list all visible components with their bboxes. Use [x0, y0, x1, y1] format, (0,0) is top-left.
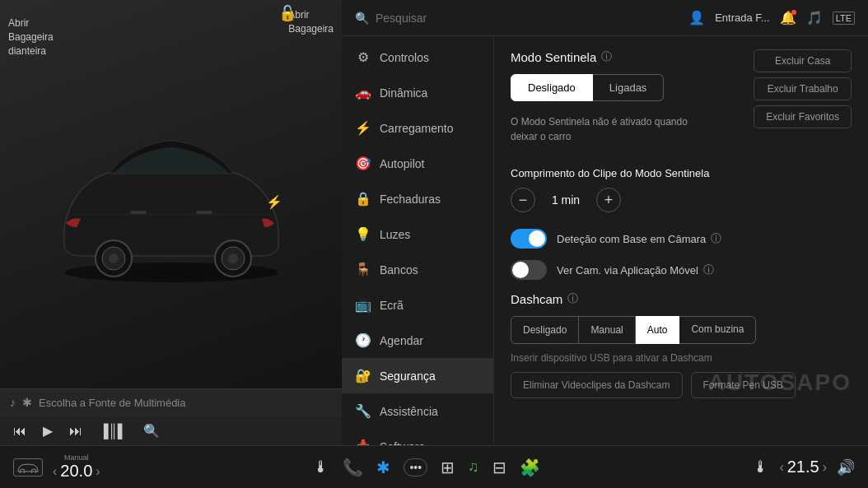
sidebar-item-dinamica[interactable]: 🚗 Dinâmica — [342, 75, 493, 110]
mobile-cam-label: Ver Cam. via Aplicação Móvel ⓘ — [557, 263, 714, 277]
sidebar-label-agendar: Agendar — [380, 334, 423, 347]
speed-display: Manual ‹ 20.0 › — [53, 453, 100, 481]
search-media-button[interactable]: 🔍 — [143, 423, 160, 439]
sentinel-off-button[interactable]: Desligado — [511, 74, 593, 101]
camera-detection-info-icon[interactable]: ⓘ — [711, 231, 721, 246]
bluetooth-icon[interactable]: ✱ — [376, 458, 390, 477]
sidebar-item-fechaduras[interactable]: 🔒 Fechaduras — [342, 181, 493, 216]
mobile-cam-info-icon[interactable]: ⓘ — [703, 263, 714, 277]
dashcam-horn-button[interactable]: Com buzina — [679, 316, 756, 344]
sidebar-item-bancos[interactable]: 🪑 Bancos — [342, 252, 493, 287]
temp-fan-icon[interactable]: 🌡 — [753, 458, 769, 476]
search-input[interactable] — [376, 12, 682, 25]
equalizer-button[interactable]: ▐║▌ — [99, 424, 127, 439]
play-button[interactable]: ▶ — [43, 423, 53, 439]
climate-icon[interactable]: 🌡 — [313, 458, 329, 476]
unlock-icon: 🔓 — [278, 4, 296, 22]
dashcam-auto-button[interactable]: Auto — [636, 316, 680, 344]
agendar-icon: 🕐 — [355, 332, 371, 348]
sidebar-item-seguranca[interactable]: 🔐 Segurança — [342, 358, 493, 393]
bottom-icons: 🌡 📞 ✱ ••• ⊞ ♫ ⊟ 🧩 — [110, 458, 744, 477]
sidebar-label-fechaduras: Fechaduras — [380, 193, 441, 206]
sidebar-item-controlos[interactable]: ⚙ Controlos — [342, 40, 493, 75]
sidebar-item-agendar[interactable]: 🕐 Agendar — [342, 323, 493, 358]
spotify-icon[interactable]: ♫ — [468, 458, 479, 476]
speed-down-button[interactable]: ‹ — [53, 464, 57, 479]
sidebar-nav: ⚙ Controlos 🚗 Dinâmica ⚡ Carregamento 🎯 … — [342, 36, 494, 445]
grid-icon[interactable]: ⊞ — [441, 458, 455, 477]
clip-length-section: Comprimento do Clipe do Modo Sentinela −… — [511, 167, 852, 212]
temp-display: ‹ 21.5 › — [779, 458, 827, 476]
user-icon: 👤 — [688, 10, 705, 26]
speed-value: 20.0 — [60, 462, 92, 481]
search-icon: 🔍 — [355, 12, 369, 25]
volume-icon[interactable]: 🔊 — [837, 458, 855, 476]
sidebar-item-autopilot[interactable]: 🎯 Autopilot — [342, 146, 493, 181]
settings-panel: Modo Sentinela ⓘ Desligado Ligadas O Mod… — [494, 36, 868, 445]
sidebar-label-carregamento: Carregamento — [380, 122, 454, 135]
more-icon[interactable]: ••• — [404, 458, 427, 476]
exclude-home-button[interactable]: Excluir Casa — [754, 49, 852, 72]
user-area: 👤 Entrada F... 🔔 🎵 LTE — [688, 10, 855, 26]
sidebar-item-ecra[interactable]: 📺 Ecrã — [342, 287, 493, 323]
right-panel: 🔍 👤 Entrada F... 🔔 🎵 LTE ⚙ Controlos — [342, 0, 868, 445]
sidebar-label-assistencia: Assistência — [380, 405, 438, 418]
mobile-cam-row: Ver Cam. via Aplicação Móvel ⓘ — [511, 260, 852, 280]
delete-clips-button[interactable]: Eliminar Videoclipes da Dashcam — [511, 372, 683, 398]
sentinel-on-button[interactable]: Ligadas — [593, 74, 665, 101]
dashcam-title: Dashcam ⓘ — [511, 291, 852, 306]
phone-icon[interactable]: 📞 — [343, 458, 363, 477]
user-label: Entrada F... — [715, 12, 769, 24]
sentinel-info-icon[interactable]: ⓘ — [601, 49, 612, 64]
prev-button[interactable]: ⏮ — [13, 424, 26, 439]
lte-icon: LTE — [833, 12, 855, 25]
clip-plus-button[interactable]: + — [596, 188, 621, 212]
car-image: ⚡ — [31, 120, 311, 301]
luzes-icon: 💡 — [355, 226, 371, 242]
svg-rect-8 — [130, 211, 147, 214]
car-image-area: Abrir Bagageira dianteira Abrir Bagageir… — [0, 0, 342, 388]
format-usb-button[interactable]: Formate Pen USB — [691, 372, 796, 398]
status-bar: Manual ‹ 20.0 › 🌡 📞 ✱ ••• ⊞ ♫ ⊟ 🧩 🌡 ‹ 21… — [0, 445, 868, 488]
software-icon: 📥 — [355, 439, 371, 445]
next-button[interactable]: ⏭ — [69, 424, 82, 439]
temp-up-button[interactable]: › — [823, 460, 827, 475]
bluetooth-icon: ✱ — [22, 396, 32, 409]
sidebar-item-software[interactable]: 📥 Software — [342, 429, 493, 445]
camera-detection-row: Deteção com Base em Câmara ⓘ — [511, 229, 852, 249]
exclude-work-button[interactable]: Excluir Trabalho — [754, 77, 852, 100]
car-status-icon — [13, 458, 43, 476]
dashcam-controls: Desligado Manual Auto Com buzina — [511, 316, 756, 344]
sidebar-item-luzes[interactable]: 💡 Luzes — [342, 216, 493, 252]
car-panel: Abrir Bagageira dianteira Abrir Bagageir… — [0, 0, 342, 445]
controlos-icon: ⚙ — [355, 49, 371, 65]
sidebar-label-bancos: Bancos — [380, 263, 418, 277]
sentinel-toggle-group: Desligado Ligadas — [511, 74, 664, 101]
dashcam-info-icon[interactable]: ⓘ — [567, 291, 578, 306]
exclude-favs-button[interactable]: Excluir Favoritos — [754, 105, 852, 128]
sidebar-item-assistencia[interactable]: 🔧 Assistência — [342, 393, 493, 429]
music-icon: ♪ — [10, 396, 16, 409]
media-bar: ♪ ✱ Escolha a Fonte de Multimédia — [0, 388, 342, 416]
sentinel-header-row: Modo Sentinela ⓘ Desligado Ligadas O Mod… — [511, 49, 852, 157]
clip-minus-button[interactable]: − — [511, 188, 535, 212]
speed-up-button[interactable]: › — [96, 464, 100, 479]
search-bar: 🔍 👤 Entrada F... 🔔 🎵 LTE — [342, 0, 868, 36]
sidebar-label-luzes: Luzes — [380, 228, 410, 241]
camera-detection-toggle[interactable] — [511, 229, 547, 249]
puzzle-icon[interactable]: 🧩 — [520, 458, 540, 477]
sidebar-item-carregamento[interactable]: ⚡ Carregamento — [342, 110, 493, 146]
clip-length-control: − 1 min + — [511, 188, 852, 212]
trunk-front-label[interactable]: Abrir Bagageira dianteira — [8, 16, 54, 58]
bluetooth-status-icon: 🎵 — [806, 10, 823, 26]
carregamento-icon: ⚡ — [355, 120, 371, 136]
notification-bell: 🔔 — [780, 10, 796, 26]
dashcam-manual-button[interactable]: Manual — [579, 316, 635, 344]
mobile-cam-toggle[interactable] — [511, 260, 547, 280]
sidebar-label-ecra: Ecrã — [380, 299, 404, 312]
temp-down-button[interactable]: ‹ — [779, 460, 783, 475]
apps-icon[interactable]: ⊟ — [492, 458, 506, 477]
sentinel-title: Modo Sentinela ⓘ — [511, 49, 708, 64]
sidebar-label-controlos: Controlos — [380, 51, 429, 64]
dashcam-off-button[interactable]: Desligado — [511, 316, 579, 344]
